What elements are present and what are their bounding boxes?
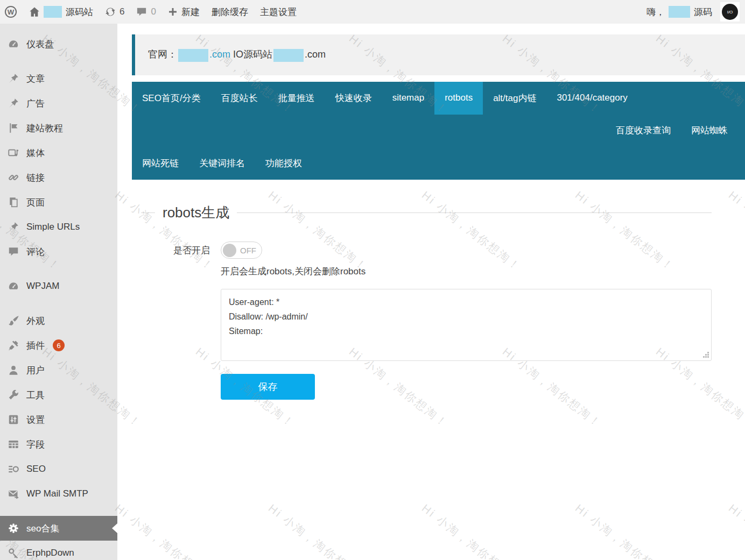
plugin-icon — [8, 339, 19, 351]
sidebar-item-appearance[interactable]: 外观 — [0, 308, 117, 333]
sidebar-item-wp-mail-smtp[interactable]: WP Mail SMTP — [0, 481, 117, 506]
comment-bubble-icon — [136, 6, 147, 17]
sidebar-item-site-tutorial[interactable]: 建站教程 — [0, 116, 117, 140]
sidebar-item-users[interactable]: 用户 — [0, 358, 117, 382]
sidebar-item-label: 建站教程 — [26, 122, 63, 134]
redacted-username — [669, 6, 690, 18]
update-icon — [105, 6, 116, 17]
seo-icon — [8, 463, 19, 475]
sidebar-item-label: WP Mail SMTP — [26, 488, 88, 499]
site-name-label: 源码站 — [66, 6, 93, 18]
user-icon — [8, 364, 19, 376]
account-menu[interactable]: 嗨， 源码 I/O — [646, 2, 740, 22]
sidebar-item-simple-urls[interactable]: Simple URLs — [0, 215, 117, 239]
wordpress-logo-icon[interactable]: W — [4, 5, 17, 18]
sidebar-item-dashboard[interactable]: 仪表盘 — [0, 32, 117, 56]
sidebar-item-seo[interactable]: SEO — [0, 457, 117, 481]
mail-icon — [8, 488, 19, 500]
site-home-link[interactable]: 源码站 — [29, 6, 93, 18]
table-icon — [8, 438, 19, 450]
tab-sitemap[interactable]: sitemap — [382, 82, 435, 115]
tab-batch-push[interactable]: 批量推送 — [268, 82, 325, 115]
sidebar-item-label: 链接 — [26, 172, 45, 184]
tab-301-404-category[interactable]: 301/404/category — [546, 82, 637, 115]
title-line-right — [237, 212, 712, 213]
gear-icon — [8, 522, 19, 534]
sidebar-item-ads[interactable]: 广告 — [0, 91, 117, 116]
tab-fast-include[interactable]: 快速收录 — [325, 82, 382, 115]
sidebar-item-erphpdown[interactable]: ErphpDown — [0, 541, 117, 560]
plus-icon — [168, 7, 178, 17]
sidebar-item-plugins[interactable]: 插件6 — [0, 333, 117, 358]
pages-icon — [8, 196, 19, 208]
resize-handle-icon[interactable] — [703, 352, 709, 358]
robots-content-textarea[interactable]: User-agent: * Disallow: /wp-admin/ Sitem… — [221, 289, 712, 361]
pushpin-icon — [8, 73, 19, 84]
sidebar-item-posts[interactable]: 文章 — [0, 66, 117, 91]
updates-count: 6 — [120, 6, 124, 17]
sidebar-item-label: ErphpDown — [26, 548, 74, 558]
sidebar-separator — [0, 264, 117, 274]
sidebar-item-pages[interactable]: 页面 — [0, 190, 117, 215]
sidebar-item-label: 用户 — [26, 364, 45, 377]
gauge-icon — [8, 280, 19, 292]
new-content-label: 新建 — [181, 6, 200, 18]
tab-dead-links[interactable]: 网站死链 — [132, 147, 189, 180]
sidebar-item-tools[interactable]: 工具 — [0, 382, 117, 407]
main-content: 官网：.com IO源码站.com SEO首页/分类百度站长批量推送快速收录si… — [117, 24, 745, 560]
sidebar-item-seo-collection[interactable]: seo合集 — [0, 516, 117, 541]
page-title: robots生成 — [163, 203, 229, 222]
nav-row: 网站死链关键词排名功能授权 — [132, 147, 745, 180]
tab-baidu-index-query[interactable]: 百度收录查询 — [606, 115, 681, 147]
tab-rotbots[interactable]: rotbots — [434, 82, 483, 115]
admin-bar: W 源码站 6 0 新建 删除缓存 主题设置 — [0, 0, 745, 24]
avatar: I/O — [720, 2, 740, 22]
tab-feature-auth[interactable]: 功能授权 — [255, 147, 312, 180]
pushpin-icon — [8, 97, 19, 109]
sidebar-item-label: 插件 — [26, 339, 45, 352]
sidebar-item-fields[interactable]: 字段 — [0, 432, 117, 457]
sidebar-separator — [0, 299, 117, 308]
official-site-link[interactable]: .com — [209, 49, 230, 60]
tab-seo-home-category[interactable]: SEO首页/分类 — [132, 82, 211, 115]
svg-text:W: W — [8, 8, 15, 16]
sidebar-item-links[interactable]: 链接 — [0, 165, 117, 190]
save-button[interactable]: 保存 — [221, 374, 315, 400]
new-content-button[interactable]: 新建 — [168, 6, 200, 18]
username-label: 源码 — [694, 6, 712, 18]
tab-site-spider[interactable]: 网站蜘蛛 — [681, 115, 738, 147]
robots-content-wrap: User-agent: * Disallow: /wp-admin/ Sitem… — [221, 289, 712, 361]
sidebar-item-label: 仪表盘 — [26, 38, 54, 51]
greeting-text: 嗨， — [646, 6, 665, 18]
sidebar-item-wpjam[interactable]: WPJAM — [0, 274, 117, 299]
key-icon — [8, 547, 19, 559]
sidebar-item-label: 工具 — [26, 389, 45, 401]
comments-indicator[interactable]: 0 — [136, 6, 156, 17]
toggle-hint: 开启会生成robots,关闭会删除robots — [221, 265, 712, 278]
admin-bar-right: 嗨， 源码 I/O — [646, 2, 740, 22]
updates-indicator[interactable]: 6 — [105, 6, 124, 17]
sidebar-item-comments[interactable]: 评论 — [0, 239, 117, 264]
tab-alt-tag-internal-links[interactable]: alt/tag内链 — [483, 82, 546, 115]
sidebar-item-settings[interactable]: 设置 — [0, 407, 117, 432]
nav-row: SEO首页/分类百度站长批量推送快速收录sitemaprotbotsalt/ta… — [132, 82, 745, 115]
sidebar-item-label: 页面 — [26, 196, 45, 209]
section-title-row: robots生成 — [141, 203, 712, 222]
clear-cache-button[interactable]: 删除缓存 — [212, 6, 248, 18]
wordpress-admin-page: W 源码站 6 0 新建 删除缓存 主题设置 — [0, 0, 745, 560]
nav-row: 百度收录查询网站蜘蛛 — [132, 115, 745, 147]
tab-baidu-webmaster[interactable]: 百度站长 — [211, 82, 268, 115]
tab-keyword-rank[interactable]: 关键词排名 — [189, 147, 255, 180]
sidebar-item-label: seo合集 — [26, 522, 59, 535]
toggle-knob — [223, 244, 236, 257]
sidebar-item-media[interactable]: 媒体 — [0, 140, 117, 165]
theme-settings-button[interactable]: 主题设置 — [260, 6, 297, 18]
toggle-state-label: OFF — [240, 246, 256, 255]
plugin-count-badge: 6 — [53, 339, 65, 351]
admin-bar-left: W 源码站 6 0 新建 删除缓存 主题设置 — [4, 5, 297, 18]
robots-enable-toggle[interactable]: OFF — [221, 242, 262, 259]
redacted-domain-1 — [178, 49, 208, 62]
avatar-initials: I/O — [722, 4, 738, 20]
title-line-left — [141, 212, 155, 213]
wrench-icon — [8, 389, 19, 401]
